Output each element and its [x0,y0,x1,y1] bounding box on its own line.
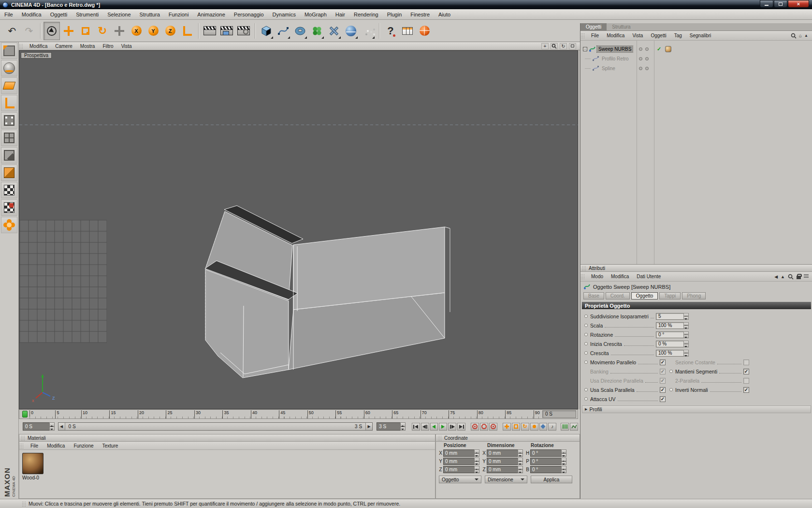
lock-y-button[interactable]: Y [145,22,161,40]
menu-item[interactable]: Plugin [383,9,406,20]
value-spinner[interactable] [683,331,689,338]
search-icon[interactable] [788,274,794,280]
attacca-uv-checkbox[interactable]: ✓ [660,396,666,402]
play-backward-button[interactable] [430,423,438,431]
prev-frame-button[interactable] [421,423,429,431]
online-resources-button[interactable] [416,22,433,40]
current-time-display[interactable]: 0 S [542,410,576,418]
record-parameter-button[interactable] [530,423,538,431]
viewport-menu-item[interactable]: Vista [117,44,136,49]
add-particles-button[interactable] [360,22,376,40]
fcurve-button[interactable] [561,423,569,431]
tab-tappi[interactable]: Tappi [659,292,681,299]
orbit-view-icon[interactable]: ↻ [560,43,567,49]
tree-item-label[interactable]: Profilo Retro [600,56,630,62]
visibility-dots[interactable] [639,47,649,51]
redo-button[interactable]: ↷ [21,22,37,40]
value-spinner[interactable] [683,350,689,357]
editor-visibility-dot[interactable] [639,47,642,51]
render-visibility-dot[interactable] [645,57,649,60]
autokeying-button[interactable] [480,423,488,431]
last-tool-button[interactable] [111,22,128,40]
materials-menu-item[interactable]: Texture [98,443,123,448]
texture-mode-button[interactable] [1,77,17,94]
duration-spinner[interactable] [400,422,406,431]
menu-item[interactable]: Strumenti [72,9,103,20]
close-button[interactable]: × [788,0,809,8]
materials-menu-item[interactable]: Funzione [69,443,98,448]
record-rotation-button[interactable]: ↻ [521,423,529,431]
move-button[interactable] [60,22,77,40]
tab-struttura[interactable]: Struttura [607,23,636,30]
history-up-icon[interactable]: ▲ [781,274,785,279]
object-manager-menu-item[interactable]: Oggetti [647,33,670,38]
mantieni-segmenti-checkbox[interactable]: ✓ [743,369,749,374]
sezione-costante-checkbox[interactable] [743,359,749,365]
tree-row-spline[interactable]: Spline [580,64,812,73]
object-manager-menu-item[interactable]: File [587,33,603,38]
editor-visibility-dot[interactable] [639,57,642,60]
value-spinner[interactable] [683,322,689,329]
rot-h-field[interactable]: 0 ° [530,449,566,457]
panel-grip[interactable] [22,501,26,507]
tab-oggetti[interactable]: Oggetti [580,23,607,30]
enabled-check-icon[interactable]: ✓ [657,46,661,52]
dim-y-field[interactable]: 0 mm [487,458,523,465]
tree-item-label[interactable]: Sweep NURBS [597,46,633,52]
lock-icon[interactable] [797,276,801,279]
panel-grip[interactable] [19,443,24,448]
expander-icon[interactable]: − [583,47,587,51]
viewport-camera-label[interactable]: Prospettiva [21,52,52,59]
time-field[interactable]: 0 S [23,422,55,431]
animatable-dot-icon[interactable] [584,314,588,318]
content-browser-button[interactable] [399,22,416,40]
goto-start-button[interactable] [412,423,420,431]
range-track[interactable]: 0 S 3 S [65,423,366,430]
duration-field[interactable]: 3 S [377,422,406,431]
visibility-dots[interactable] [639,57,649,60]
panel-grip[interactable] [21,435,25,441]
sound-button[interactable]: ♪ [548,423,556,431]
object-dropdown[interactable]: Oggetto [439,476,481,483]
play-button[interactable] [439,423,447,431]
usa-scala-parallela-checkbox[interactable]: ✓ [660,387,666,393]
lock-x-button[interactable]: X [128,22,145,40]
polygon-mode-button[interactable] [1,147,17,164]
usa-direzione-parallela-checkbox[interactable]: ✓ [660,378,666,384]
pos-z-field[interactable]: 0 mm [443,466,479,473]
time-spinner[interactable] [49,422,55,431]
banking-checkbox[interactable]: ✓ [660,369,666,374]
live-selection-button[interactable] [44,22,60,40]
help-button[interactable]: ? [382,22,399,40]
timeline-range-slider[interactable]: ◀ 0 S 3 S ▶ [58,422,373,431]
menu-item[interactable]: Hair [331,9,349,20]
next-frame-button[interactable] [448,423,456,431]
animatable-dot-icon[interactable] [584,360,588,364]
lock-z-button[interactable]: Z [162,22,178,40]
attributes-menu-item[interactable]: Dati Utente [633,274,665,279]
add-environment-button[interactable] [343,22,359,40]
timeline-playhead[interactable] [22,411,28,418]
render-region-button[interactable] [218,22,235,40]
menu-item[interactable]: MoGraph [300,9,331,20]
viewport-menu-item[interactable]: Mostra [76,44,99,49]
tab-oggetto[interactable]: Oggetto [631,292,658,299]
attribute-value-field[interactable]: 100 % [656,350,689,357]
animatable-dot-icon[interactable] [584,351,588,355]
object-manager-menu-item[interactable]: Modifica [603,33,628,38]
add-modeling-button[interactable] [309,22,325,40]
movimento-parallelo-checkbox[interactable]: ✓ [660,359,666,365]
profili-section-header[interactable]: ▶ Profili [582,405,811,413]
minimize-button[interactable] [760,0,773,8]
record-options-button[interactable] [489,423,497,431]
object-manager-menu-item[interactable]: Segnalibri [686,33,715,38]
panel-grip[interactable] [580,274,585,279]
menu-item[interactable]: Modifica [17,9,46,20]
viewport-menu-item[interactable]: Camere [51,44,76,49]
make-editable-button[interactable] [1,43,17,59]
menu-item[interactable]: Oggetti [46,9,72,20]
snap-settings-button[interactable] [1,217,17,233]
tab-base[interactable]: Base [583,292,604,299]
menu-item[interactable]: Struttura [135,9,164,20]
attribute-value-field[interactable]: 0 ° [656,331,689,338]
